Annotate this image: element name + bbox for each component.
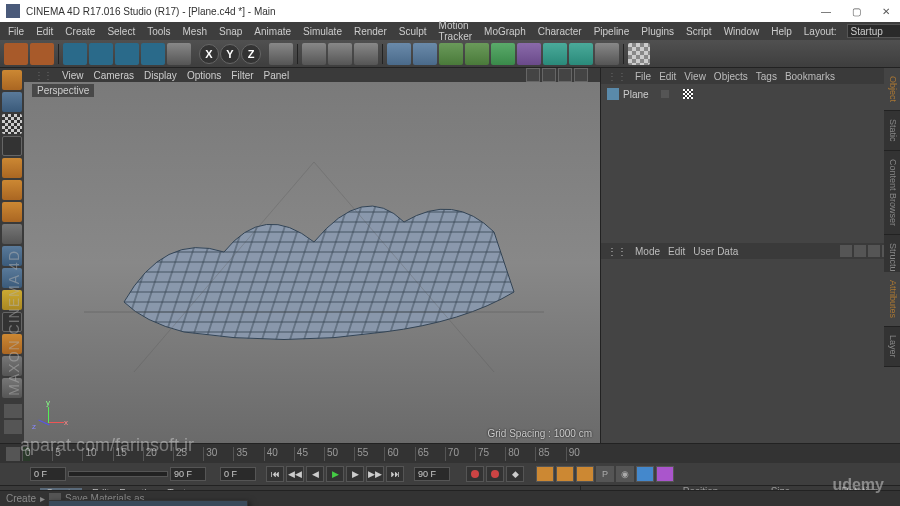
om-menu-edit[interactable]: Edit — [659, 71, 676, 82]
attr-fwd-icon[interactable] — [854, 245, 866, 257]
lock-icon[interactable] — [4, 420, 22, 434]
menu-simulate[interactable]: Simulate — [297, 26, 348, 37]
menu-select[interactable]: Select — [101, 26, 141, 37]
vp-menu-cameras[interactable]: Cameras — [94, 70, 135, 81]
go-end-button[interactable]: ⏭ — [386, 466, 404, 482]
checker-tag-icon[interactable] — [683, 89, 693, 99]
position-key-button[interactable] — [536, 466, 554, 482]
range-start-field[interactable] — [30, 467, 66, 481]
vp-menu-options[interactable]: Options — [187, 70, 221, 81]
camera-button[interactable] — [569, 43, 593, 65]
power-slider-icon[interactable] — [4, 404, 22, 418]
render-settings-button[interactable] — [354, 43, 378, 65]
make-editable-button[interactable] — [2, 70, 22, 90]
pen-tool-button[interactable] — [413, 43, 437, 65]
floor-button[interactable] — [543, 43, 567, 65]
tab-attributes[interactable]: Attributes — [884, 272, 900, 327]
polygon-mode-button[interactable] — [2, 202, 22, 222]
om-menu-objects[interactable]: Objects — [714, 71, 748, 82]
keyframe-selection-button[interactable]: ◆ — [506, 466, 524, 482]
go-start-button[interactable]: ⏮ — [266, 466, 284, 482]
workplane-button[interactable] — [2, 136, 22, 156]
array-button[interactable] — [491, 43, 515, 65]
fcurve-button[interactable] — [656, 466, 674, 482]
attr-up-icon[interactable] — [868, 245, 880, 257]
autokey-button[interactable] — [486, 466, 504, 482]
viewport-3d[interactable]: x y z Grid Spacing : 1000 cm — [24, 82, 600, 443]
menu-character[interactable]: Character — [532, 26, 588, 37]
move-tool-button[interactable] — [89, 43, 113, 65]
live-select-button[interactable] — [63, 43, 87, 65]
om-menu-view[interactable]: View — [684, 71, 706, 82]
visibility-toggle[interactable] — [661, 90, 669, 98]
parameter-key-button[interactable]: P — [596, 466, 614, 482]
menu-new-material[interactable]: New Material Ctrl+N — [49, 501, 247, 506]
play-button[interactable]: ▶ — [326, 466, 344, 482]
coord-system-button[interactable] — [269, 43, 293, 65]
om-menu-bookmarks[interactable]: Bookmarks — [785, 71, 835, 82]
go-prev-key-button[interactable]: ◀◀ — [286, 466, 304, 482]
axis-x-button[interactable]: X — [199, 44, 219, 64]
grip-icon[interactable]: ⋮⋮ — [607, 71, 627, 82]
timeline-button[interactable] — [636, 466, 654, 482]
next-frame-button[interactable]: ▶ — [346, 466, 364, 482]
attr-back-icon[interactable] — [840, 245, 852, 257]
menu-sculpt[interactable]: Sculpt — [393, 26, 433, 37]
menu-pipeline[interactable]: Pipeline — [588, 26, 636, 37]
vp-menu-filter[interactable]: Filter — [231, 70, 253, 81]
render-region-button[interactable] — [328, 43, 352, 65]
menu-animate[interactable]: Animate — [248, 26, 297, 37]
scale-key-button[interactable] — [556, 466, 574, 482]
axis-z-button[interactable]: Z — [241, 44, 261, 64]
last-tool-button[interactable] — [167, 43, 191, 65]
menu-mograph[interactable]: MoGraph — [478, 26, 532, 37]
edge-mode-button[interactable] — [2, 180, 22, 200]
object-manager-tree[interactable]: Plane — [601, 84, 900, 243]
menu-mesh[interactable]: Mesh — [177, 26, 213, 37]
vp-pan-icon[interactable] — [526, 68, 540, 82]
menu-tools[interactable]: Tools — [141, 26, 176, 37]
extrude-button[interactable] — [465, 43, 489, 65]
redo-button[interactable] — [30, 43, 54, 65]
end-frame-field[interactable] — [414, 467, 450, 481]
menu-snap[interactable]: Snap — [213, 26, 248, 37]
tab-static[interactable]: Static — [884, 111, 900, 151]
vp-menu-display[interactable]: Display — [144, 70, 177, 81]
menu-file[interactable]: File — [2, 26, 30, 37]
pla-key-button[interactable]: ◉ — [616, 466, 634, 482]
key-icon[interactable] — [6, 447, 20, 461]
vp-rotate-icon[interactable] — [558, 68, 572, 82]
subdiv-button[interactable] — [439, 43, 463, 65]
menu-edit[interactable]: Edit — [30, 26, 59, 37]
menu-script[interactable]: Script — [680, 26, 718, 37]
vp-toggle-icon[interactable] — [574, 68, 588, 82]
menu-window[interactable]: Window — [718, 26, 766, 37]
menu-help[interactable]: Help — [765, 26, 798, 37]
vp-zoom-icon[interactable] — [542, 68, 556, 82]
layout-dropdown[interactable] — [847, 24, 900, 38]
close-button[interactable]: ✕ — [878, 6, 894, 17]
render-view-button[interactable] — [302, 43, 326, 65]
material-editor-button[interactable] — [628, 43, 650, 65]
model-mode-button[interactable] — [2, 92, 22, 112]
om-menu-tags[interactable]: Tags — [756, 71, 777, 82]
range-slider[interactable] — [68, 471, 168, 477]
grip-icon[interactable]: ⋮⋮ — [607, 246, 627, 257]
current-frame-field[interactable] — [220, 467, 256, 481]
prev-frame-button[interactable]: ◀ — [306, 466, 324, 482]
om-menu-file[interactable]: File — [635, 71, 651, 82]
light-button[interactable] — [595, 43, 619, 65]
tab-layer[interactable]: Layer — [884, 327, 900, 367]
tab-object[interactable]: Object — [884, 68, 900, 111]
vp-menu-view[interactable]: View — [62, 70, 84, 81]
axis-mode-button[interactable] — [2, 224, 22, 244]
attr-menu-mode[interactable]: Mode — [635, 246, 660, 257]
undo-button[interactable] — [4, 43, 28, 65]
vp-menu-panel[interactable]: Panel — [264, 70, 290, 81]
menu-motiontracker[interactable]: Motion Tracker — [433, 20, 479, 42]
attr-menu-userdata[interactable]: User Data — [693, 246, 738, 257]
menu-render[interactable]: Render — [348, 26, 393, 37]
range-end-field[interactable] — [170, 467, 206, 481]
menu-plugins[interactable]: Plugins — [635, 26, 680, 37]
record-button[interactable] — [466, 466, 484, 482]
